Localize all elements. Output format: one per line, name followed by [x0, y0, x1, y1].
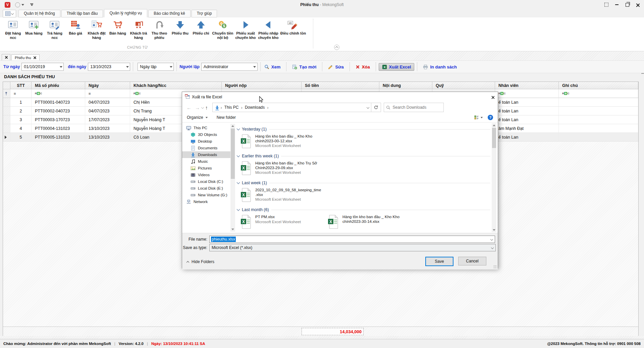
- column-header-payer[interactable]: Người nộp: [222, 82, 302, 89]
- filter-cell-employee[interactable]: RBC: [495, 89, 559, 98]
- column-header-fund[interactable]: Quỹ: [432, 82, 495, 89]
- ribbon-tab[interactable]: Quản trị hệ thống: [18, 10, 60, 17]
- scrollbar-thumb[interactable]: [231, 129, 235, 179]
- refresh-button[interactable]: [371, 103, 381, 112]
- history-chevron-icon[interactable]: [201, 106, 204, 109]
- sidebar-item-pictures[interactable]: Pictures: [182, 165, 235, 171]
- fullscreen-button[interactable]: [604, 2, 609, 7]
- resize-grip[interactable]: [493, 265, 497, 268]
- list-item[interactable]: X PT PM.xlsx Microsoft Excel Worksheet: [240, 215, 324, 230]
- sidebar-item-downloads[interactable]: Downloads: [182, 151, 235, 158]
- customize-toolbar-icon[interactable]: [30, 3, 33, 6]
- list-item[interactable]: X 2023_10_02_09_59_58_keeping_time.xlsx …: [240, 188, 324, 203]
- close-button[interactable]: [635, 2, 640, 7]
- hide-folders-button[interactable]: Hide Folders: [187, 259, 214, 264]
- ribbon-tab[interactable]: Báo cáo thống kê: [148, 10, 190, 17]
- sidebar-item-network[interactable]: Network: [182, 198, 235, 205]
- breadcrumb-downloads[interactable]: Downloads: [244, 105, 266, 110]
- column-header-employee[interactable]: Nhân viên: [495, 82, 559, 89]
- sidebar-item-3d-objects[interactable]: 3D Objects: [182, 131, 235, 138]
- chevron-down-icon[interactable]: [490, 238, 493, 241]
- up-arrow-icon[interactable]: ↑: [205, 105, 208, 110]
- application-menu-button[interactable]: [3, 10, 16, 17]
- file-list-scrollbar[interactable]: [492, 123, 496, 232]
- filter-cell-stt[interactable]: =: [10, 89, 32, 98]
- file-group-header[interactable]: Last week (1): [236, 181, 498, 185]
- close-all-tabs-button[interactable]: [2, 54, 10, 61]
- address-dropdown-icon[interactable]: [366, 106, 369, 109]
- organize-button[interactable]: Organize: [187, 115, 208, 120]
- ribbon-collapse-button[interactable]: [334, 45, 339, 50]
- sidebar-item-music[interactable]: Music: [182, 158, 235, 165]
- scrollbar-thumb[interactable]: [492, 128, 496, 148]
- ribbon-tab[interactable]: Quản lý nghiệp vụ: [104, 9, 147, 17]
- tab-phieu-thu[interactable]: Phiếu thu: [11, 54, 40, 61]
- xu-t-excel-button[interactable]: XXuất Excel: [379, 63, 415, 71]
- scroll-up-icon[interactable]: [231, 125, 234, 127]
- ribbon-tab[interactable]: Thiết lập ban đầu: [61, 10, 103, 17]
- column-header-amount[interactable]: Số tiền: [302, 82, 379, 89]
- filter-cell-note[interactable]: RBC: [559, 89, 638, 98]
- sidebar-scrollbar[interactable]: [230, 124, 235, 232]
- sidebar-item-desktop[interactable]: Desktop: [182, 138, 235, 145]
- restore-button[interactable]: [625, 2, 630, 7]
- sidebar-item-local-disk-c-[interactable]: Local Disk (C:): [182, 178, 235, 185]
- ribbon-item[interactable]: Phiếu nhập chuyển kho: [257, 19, 280, 40]
- ribbon-item[interactable]: Mua hàng: [23, 19, 44, 36]
- column-header-marker[interactable]: [3, 82, 10, 89]
- address-bar[interactable]: › This PC › Downloads ›: [212, 103, 371, 112]
- back-arrow-icon[interactable]: ←: [186, 105, 192, 110]
- column-header-stt[interactable]: STT: [10, 82, 32, 89]
- view-options-icon[interactable]: [474, 115, 483, 120]
- list-item[interactable]: X Hàng tồn kho ban đầu _ Kho Khochính202…: [240, 134, 324, 149]
- ribbon-item[interactable]: Phiếu thu: [170, 19, 191, 36]
- quick-access-dropdown-icon[interactable]: [21, 4, 24, 6]
- sidebar-item-documents[interactable]: Documents: [182, 145, 235, 151]
- filter-cell-code[interactable]: RBC: [32, 89, 85, 98]
- creator-combobox[interactable]: Administrator: [201, 63, 258, 71]
- ribbon-item[interactable]: Phiếu xuất chuyển kho: [234, 19, 257, 40]
- ribbon-item[interactable]: Khách đặt hàng: [86, 19, 107, 40]
- breadcrumb-this-pc[interactable]: This PC: [223, 105, 240, 110]
- ribbon-item[interactable]: Báo giá: [65, 19, 86, 36]
- s-a-button[interactable]: Sửa: [325, 63, 346, 70]
- column-header-code[interactable]: Mã số phiếu: [32, 82, 85, 89]
- help-icon[interactable]: ?: [488, 115, 493, 120]
- sidebar-item-local-disk-e-[interactable]: Local Disk (E:): [182, 185, 235, 192]
- ribbon-item[interactable]: Đặt hàng ncc: [3, 19, 23, 40]
- search-box[interactable]: [384, 103, 444, 112]
- t-o-m-i-button[interactable]: Tạo mới: [289, 63, 319, 70]
- date-type-combobox[interactable]: Ngày lập: [138, 63, 174, 71]
- quick-access-circle-icon[interactable]: [15, 2, 20, 7]
- column-header-note[interactable]: Ghi chú: [559, 82, 638, 89]
- ribbon-item[interactable]: Thu theo phiếu: [149, 19, 170, 40]
- chevron-down-icon[interactable]: [491, 246, 494, 249]
- new-folder-button[interactable]: New folder: [217, 115, 236, 120]
- column-header-content[interactable]: Nội dung: [379, 82, 432, 89]
- forward-arrow-icon[interactable]: →: [195, 105, 200, 110]
- from-date-combobox[interactable]: 01/10/2019: [21, 63, 64, 71]
- in-danh-s-ch-button[interactable]: In danh sách: [420, 63, 460, 70]
- ribbon-item[interactable]: Phiếu chi: [191, 19, 211, 36]
- ribbon-tab[interactable]: Trợ giúp: [192, 10, 217, 17]
- filter-cell-marker[interactable]: [3, 89, 10, 98]
- ribbon-item[interactable]: ab Điều chỉnh tồn: [280, 19, 307, 36]
- sidebar-item-videos[interactable]: Videos: [182, 171, 235, 178]
- file-group-header[interactable]: Last month (6): [236, 207, 498, 212]
- ribbon-item[interactable]: Khách trả hàng: [128, 19, 149, 40]
- dialog-close-button[interactable]: [490, 95, 495, 99]
- scroll-down-icon[interactable]: [493, 229, 495, 231]
- xem-button[interactable]: Xem: [261, 63, 283, 70]
- file-name-input[interactable]: phieuthu.xlsx: [209, 236, 495, 243]
- minimize-button[interactable]: [614, 2, 619, 7]
- x-a-button[interactable]: Xóa: [353, 63, 373, 70]
- column-header-customer[interactable]: Khách hàng/Ncc: [130, 82, 222, 89]
- cancel-button[interactable]: Cancel: [458, 257, 486, 265]
- search-input[interactable]: [392, 105, 434, 110]
- file-group-header[interactable]: Yesterday (1): [236, 127, 498, 132]
- ribbon-item[interactable]: Bán hàng: [107, 19, 128, 36]
- sidebar-item-this-pc[interactable]: This PC: [182, 125, 235, 131]
- list-item[interactable]: X Hàng tồn kho ban đầu _ Kho Khochính202…: [328, 215, 411, 230]
- file-group-header[interactable]: Earlier this week (1): [236, 154, 498, 158]
- sidebar-item-new-volume-g-[interactable]: New Volume (G:): [182, 192, 235, 198]
